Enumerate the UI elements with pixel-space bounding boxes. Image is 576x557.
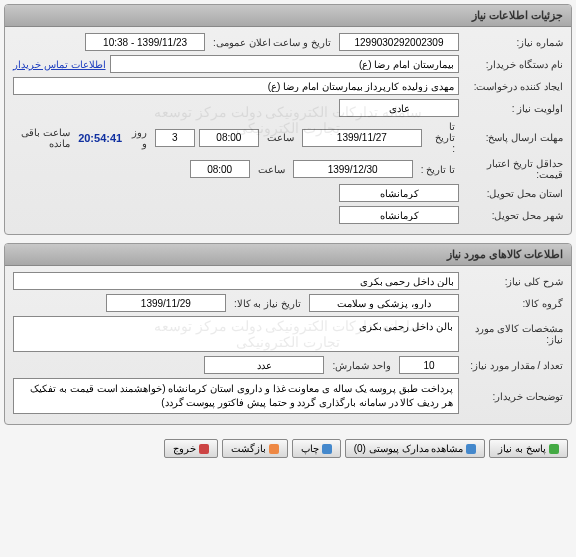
goods-group-label: گروه کالا:	[463, 298, 563, 309]
goods-info-panel: اطلاعات کالاهای مورد نیاز سامانه تدارکات…	[4, 243, 572, 425]
goods-spec-label: مشخصات کالای مورد نیاز:	[463, 323, 563, 345]
print-button[interactable]: چاپ	[292, 439, 341, 458]
need-number-label: شماره نیاز:	[463, 37, 563, 48]
validity-date-field[interactable]	[293, 160, 413, 178]
validity-time-field[interactable]	[190, 160, 250, 178]
attachments-button[interactable]: مشاهده مدارک پیوستی (0)	[345, 439, 486, 458]
print-button-label: چاپ	[301, 443, 319, 454]
priority-field[interactable]	[339, 99, 459, 117]
back-button-label: بازگشت	[231, 443, 266, 454]
back-icon	[269, 444, 279, 454]
deadline-date-field[interactable]	[302, 129, 422, 147]
priority-label: اولویت نیاز :	[463, 103, 563, 114]
need-details-panel: جزئیات اطلاعات نیاز سامانه تدارکات الکتر…	[4, 4, 572, 235]
to-date-label-2: تا تاریخ :	[417, 164, 459, 175]
attachments-button-label: مشاهده مدارک پیوستی	[369, 443, 464, 454]
delivery-city-field[interactable]	[339, 206, 459, 224]
delivery-province-label: استان محل تحویل:	[463, 188, 563, 199]
days-label: روز و	[126, 127, 151, 149]
attachments-count: (0)	[354, 443, 366, 454]
qty-label: تعداد / مقدار مورد نیاز:	[463, 360, 563, 371]
reply-button[interactable]: پاسخ به نیاز	[489, 439, 568, 458]
delivery-province-field[interactable]	[339, 184, 459, 202]
need-details-header: جزئیات اطلاعات نیاز	[5, 5, 571, 27]
exit-button[interactable]: خروج	[164, 439, 218, 458]
reply-icon	[549, 444, 559, 454]
to-date-label: تا تاریخ :	[426, 121, 459, 154]
days-field[interactable]	[155, 129, 195, 147]
exit-button-label: خروج	[173, 443, 196, 454]
need-by-date-label: تاریخ نیاز به کالا:	[230, 298, 305, 309]
print-icon	[322, 444, 332, 454]
need-number-field[interactable]	[339, 33, 459, 51]
remaining-label: ساعت باقی مانده	[13, 127, 74, 149]
buyer-device-label: نام دستگاه خریدار:	[463, 59, 563, 70]
button-bar: پاسخ به نیاز مشاهده مدارک پیوستی (0) چاپ…	[4, 433, 572, 464]
reply-button-label: پاسخ به نیاز	[498, 443, 546, 454]
time-label-1: ساعت	[263, 132, 298, 143]
announce-field[interactable]	[85, 33, 205, 51]
back-button[interactable]: بازگشت	[222, 439, 288, 458]
buyer-notes-label: توضیحات خریدار:	[463, 391, 563, 402]
general-desc-field[interactable]	[13, 272, 459, 290]
time-label-2: ساعت	[254, 164, 289, 175]
requester-label: ایجاد کننده درخواست:	[463, 81, 563, 92]
unit-field[interactable]	[204, 356, 324, 374]
buyer-contact-link[interactable]: اطلاعات تماس خریدار	[13, 59, 106, 70]
announce-label: تاریخ و ساعت اعلان عمومی:	[209, 37, 335, 48]
min-validity-label: حداقل تاریخ اعتبار قیمت:	[463, 158, 563, 180]
requester-field[interactable]	[13, 77, 459, 95]
general-desc-label: شرح کلی نیاز:	[463, 276, 563, 287]
deadline-time-field[interactable]	[199, 129, 259, 147]
buyer-device-field[interactable]	[110, 55, 459, 73]
attachments-icon	[466, 444, 476, 454]
deadline-label: مهلت ارسال پاسخ:	[463, 132, 563, 143]
goods-group-field[interactable]	[309, 294, 459, 312]
delivery-city-label: شهر محل تحویل:	[463, 210, 563, 221]
exit-icon	[199, 444, 209, 454]
countdown-timer: 20:54:41	[78, 132, 122, 144]
goods-info-header: اطلاعات کالاهای مورد نیاز	[5, 244, 571, 266]
qty-field[interactable]	[399, 356, 459, 374]
goods-spec-field[interactable]	[13, 316, 459, 352]
need-by-date-field[interactable]	[106, 294, 226, 312]
unit-label: واحد شمارش:	[328, 360, 395, 371]
buyer-notes-field[interactable]	[13, 378, 459, 414]
